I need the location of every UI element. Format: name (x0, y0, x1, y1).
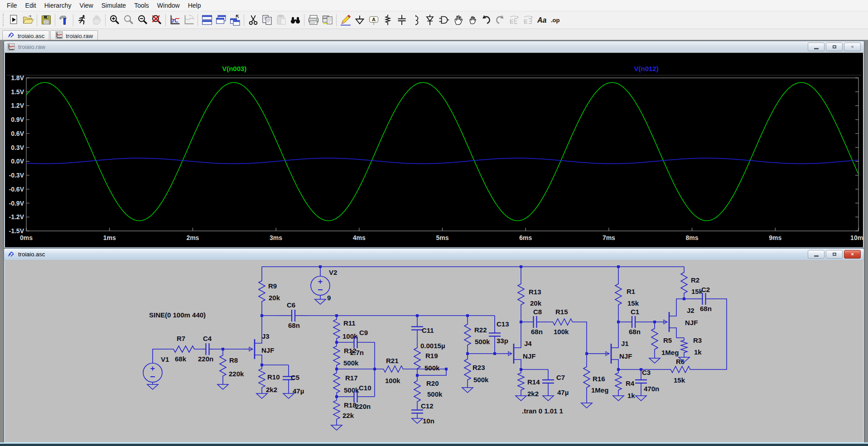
place-capacitor-button[interactable] (395, 13, 409, 27)
drag-button[interactable] (465, 13, 479, 27)
tab-troiaio.asc[interactable]: troiaio.asc (2, 30, 49, 41)
capacitor-C3[interactable]: C3470n (635, 369, 659, 393)
cascade-windows-button[interactable] (214, 13, 228, 27)
resistor-R5[interactable]: R51Meg (651, 322, 679, 356)
menu-help[interactable]: Help (184, 1, 205, 10)
resistor-R18[interactable]: R1822k (333, 397, 357, 423)
tab-troiaio.raw[interactable]: troiaio.raw (50, 30, 98, 41)
capacitor-C8[interactable]: C868n (521, 308, 549, 336)
place-text-button[interactable]: Aa (535, 13, 549, 27)
place-label-button[interactable]: A (366, 13, 381, 27)
run-button[interactable] (7, 13, 21, 27)
capacitor-C11[interactable]: C110.0015µ (411, 316, 445, 350)
zoom-in-button[interactable] (107, 13, 121, 27)
place-component-button[interactable] (437, 13, 451, 27)
ground-symbol[interactable] (217, 382, 228, 389)
menu-hierarchy[interactable]: Hierarchy (40, 1, 76, 10)
ground-symbol[interactable] (516, 393, 526, 401)
spice-directive-button[interactable]: .op (549, 13, 563, 27)
minimize-button[interactable] (808, 43, 825, 51)
restore-button[interactable] (826, 43, 843, 51)
ground-symbol[interactable] (543, 393, 554, 401)
ground-symbol[interactable] (581, 401, 592, 408)
cut-button[interactable] (246, 13, 260, 27)
ground-symbol[interactable] (462, 385, 473, 393)
menu-tools[interactable]: Tools (130, 1, 153, 10)
place-ground-button[interactable] (352, 13, 366, 27)
resistor-R23[interactable]: R23500k (464, 354, 489, 385)
zoom-fit-button[interactable] (149, 13, 164, 27)
autorange-y-button[interactable] (168, 13, 182, 27)
close-icon[interactable]: × (844, 43, 861, 51)
menu-view[interactable]: View (76, 1, 97, 10)
place-resistor-button[interactable] (381, 13, 395, 27)
jfet-J1[interactable]: J1NJF (599, 338, 632, 369)
component-name: J1 (621, 340, 629, 347)
resistor-R2[interactable]: R215k (681, 267, 703, 299)
resistor-R10[interactable]: R102k2 (259, 365, 280, 393)
capacitor-C5[interactable]: C547µ (283, 365, 304, 395)
move-button[interactable] (451, 13, 465, 27)
ground-symbol[interactable] (649, 356, 660, 363)
schematic-window-titlebar[interactable]: troiaio.asc × (4, 249, 864, 260)
resistor-R17[interactable]: R17500k (333, 369, 359, 397)
resistor-R3[interactable]: R31k (681, 336, 702, 356)
capacitor-C4[interactable]: C4220n (198, 335, 213, 363)
resistor-R7[interactable]: R768k (166, 335, 202, 363)
copy-button[interactable] (260, 13, 274, 27)
resistor-R14[interactable]: R142k2 (518, 369, 540, 398)
trace-label-V(n012)[interactable]: V(n012) (634, 65, 658, 72)
ground-symbol[interactable] (147, 382, 158, 389)
ground-symbol[interactable] (613, 393, 624, 401)
waveform-window-titlebar[interactable]: troiaio.raw × (4, 41, 864, 53)
schematic-canvas[interactable]: R768kR8220kR920kR102k2R11100kR12500kR175… (5, 260, 863, 442)
capacitor-C6[interactable]: C668n (279, 301, 308, 329)
menu-edit[interactable]: Edit (21, 1, 40, 10)
capacitor-C13[interactable]: C1333p (489, 316, 509, 354)
trace-label-V(n003)[interactable]: V(n003) (222, 65, 246, 72)
voltage-source-V2[interactable]: V29 (311, 269, 337, 302)
menu-window[interactable]: Window (153, 1, 184, 10)
resistor-R9[interactable]: R920k (259, 267, 280, 316)
component-value: 20k (269, 294, 280, 302)
minimize-button[interactable] (808, 250, 825, 259)
close-icon[interactable]: × (844, 250, 861, 259)
jfet-J3[interactable]: J3NJF (243, 332, 274, 365)
jfet-J2[interactable]: J2NJF (657, 306, 698, 338)
place-inductor-button[interactable] (409, 13, 423, 27)
ground-symbol[interactable] (412, 416, 423, 423)
ground-symbol[interactable] (315, 297, 326, 304)
waveform-plot-area[interactable]: V(n003)V(n012)1.8V1.5V1.2V0.9V0.6V0.3V0.… (5, 53, 863, 247)
print-button[interactable] (306, 13, 320, 27)
resistor-R6[interactable]: R615k (667, 358, 694, 384)
run-simulation-button[interactable] (75, 13, 89, 27)
capacitor-C1[interactable]: C168n (618, 308, 649, 336)
draw-wire-button[interactable] (338, 13, 352, 27)
voltage-source-V1[interactable]: V1SINE(0 100m 440) (143, 311, 206, 382)
menu-simulate[interactable]: Simulate (97, 1, 130, 10)
resistor-R16[interactable]: R161Meg (583, 354, 608, 401)
ground-symbol[interactable] (636, 393, 646, 401)
spice-directive-text: .tran 0 1.01 1 (522, 407, 563, 415)
resistor-R8[interactable]: R8220k (220, 349, 244, 382)
ground-symbol[interactable] (331, 423, 342, 430)
capacitor-C7[interactable]: C747µ (542, 369, 569, 396)
undo-button[interactable] (479, 13, 493, 27)
resistor-R22[interactable]: R22500k (464, 316, 490, 354)
print-preview-button[interactable] (320, 13, 334, 27)
save-button[interactable] (39, 13, 53, 27)
control-panel-button[interactable] (57, 13, 71, 27)
find-button[interactable] (288, 13, 302, 27)
place-diode-button[interactable] (423, 13, 437, 27)
resistor-R21[interactable]: R21100k (380, 357, 407, 384)
menu-file[interactable]: File (3, 1, 21, 10)
wire[interactable] (576, 322, 587, 354)
resistor-R15[interactable]: R15100k (549, 308, 576, 336)
waveform-plot[interactable]: V(n003)V(n012)1.8V1.5V1.2V0.9V0.6V0.3V0.… (5, 53, 863, 247)
schematic-drawing[interactable]: R768kR8220kR920kR102k2R11100kR12500kR175… (5, 260, 863, 442)
restore-button[interactable] (826, 250, 843, 259)
tile-vertical-button[interactable] (228, 13, 242, 27)
open-file-button[interactable] (21, 13, 35, 27)
zoom-out-button[interactable] (135, 13, 149, 27)
tile-horizontal-button[interactable] (200, 13, 214, 27)
